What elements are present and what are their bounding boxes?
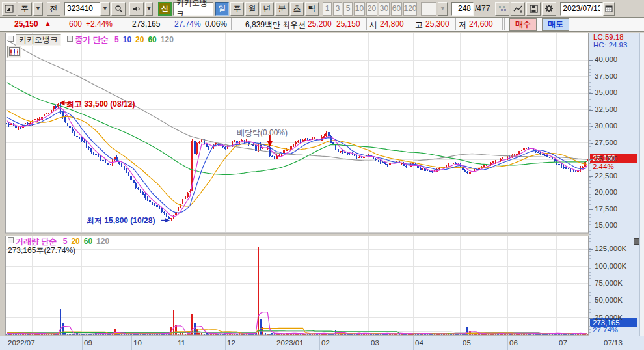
period-tab-분[interactable]: 분 [275, 2, 289, 16]
low-price: 24,600 [469, 20, 493, 29]
axis-minor-tick [589, 92, 591, 93]
volume-value: 273,165 [132, 20, 160, 29]
date-axis-separator [176, 336, 176, 350]
axis-tick-mark [589, 249, 593, 250]
chart-toolbar: 주 ▼ 전 ▼ ▼ 신 카카오뱅크 일주월년분초틱 13510203060120… [0, 0, 644, 18]
timeframe-button[interactable]: 주 [18, 2, 32, 16]
price-axis-strip[interactable]: LC:59.18 HC:-24.93 25,150 2.44% 273,165 … [589, 33, 639, 336]
search-button[interactable] [111, 2, 126, 16]
volume-legend-checkbox[interactable] [8, 237, 14, 243]
sell-button[interactable]: 매도 [542, 18, 569, 31]
period-tab-년[interactable]: 년 [260, 2, 274, 16]
date-axis-label-02: 02 [321, 339, 330, 347]
axis-minor-tick [589, 211, 591, 211]
volume-legend-title: 거래량 단순 [16, 237, 57, 246]
date-axis-label-03: 03 [371, 339, 379, 347]
sound-dropdown-arrow[interactable]: ▼ [145, 2, 153, 16]
sound-button[interactable] [129, 2, 144, 16]
axis-minor-tick [589, 282, 591, 282]
buy-button[interactable]: 매수 [509, 18, 537, 31]
stock-code-input[interactable] [64, 2, 100, 16]
left-resize-gutter[interactable] [0, 32, 5, 350]
calendar-icon [605, 5, 613, 12]
low-label: 저 [459, 20, 466, 31]
axis-minor-tick [589, 106, 591, 107]
interval-button-120[interactable]: 120 [403, 2, 417, 16]
interval-button-20[interactable]: 20 [366, 2, 377, 16]
volume-axis-label: 75,000K [595, 279, 623, 287]
period-tab-틱[interactable]: 틱 [305, 2, 319, 16]
price-axis-label: 20,000 [595, 188, 617, 196]
stock-name-box[interactable]: 카카오뱅크 [173, 2, 213, 16]
prev-stock-button[interactable]: 전 [47, 2, 60, 16]
period-tab-일[interactable]: 일 [215, 2, 229, 16]
gear-icon [544, 4, 554, 13]
date-axis-separator [461, 336, 461, 350]
date-axis-separator [369, 336, 369, 350]
axis-minor-tick [589, 170, 591, 171]
chart-date-input[interactable] [560, 2, 603, 16]
date-axis-label-12: 12 [227, 339, 235, 347]
date-axis-label-07: 07 [559, 339, 567, 347]
axis-minor-tick [589, 302, 591, 303]
high-price: 25,300 [425, 20, 449, 29]
chart-type-button[interactable] [7, 46, 21, 58]
price-axis-label: 15,000 [595, 221, 617, 229]
axis-minor-tick [589, 251, 591, 252]
window-select-button[interactable] [2, 2, 16, 16]
speaker-icon [132, 5, 141, 13]
date-axis-separator [557, 336, 557, 350]
ma-period-10: 10 [123, 35, 131, 44]
axis-minor-tick [589, 268, 591, 269]
axis-minor-tick [589, 157, 591, 157]
price-axis-label: 32,500 [595, 105, 617, 113]
chart-scrollbar[interactable] [639, 33, 644, 336]
interval-button-10[interactable]: 10 [354, 2, 365, 16]
period-tab-초[interactable]: 초 [290, 2, 304, 16]
axis-tick-mark [589, 267, 593, 267]
axis-minor-tick [589, 224, 591, 225]
settings-button[interactable] [542, 2, 556, 16]
axis-minor-tick [589, 187, 591, 188]
axis-minor-tick [589, 89, 591, 90]
axis-minor-tick [589, 167, 591, 167]
candle-grid-icon [9, 47, 20, 56]
code-dropdown-arrow[interactable]: ▼ [100, 2, 110, 16]
axis-minor-tick [589, 194, 591, 195]
interval-button-5[interactable]: 5 [343, 2, 353, 16]
pane-expand-button[interactable] [634, 238, 639, 245]
volume-axis-label: 100,000K [595, 262, 626, 270]
annotation-high: 최고 33,500 (08/12) [66, 99, 135, 110]
interval-button-3[interactable]: 3 [333, 2, 342, 16]
period-tab-주[interactable]: 주 [230, 2, 244, 16]
legend-stock-name[interactable]: 카카오뱅크 [16, 34, 61, 46]
axis-minor-tick [589, 289, 591, 289]
open-label: 시 [369, 20, 377, 31]
candlestick-chart[interactable] [5, 33, 589, 336]
price-axis-label: 22,500 [595, 172, 617, 180]
draw-tool-button[interactable] [511, 2, 525, 16]
custom-interval-combo[interactable] [421, 2, 436, 16]
axis-minor-tick [589, 72, 591, 73]
price-axis-label: 27,500 [595, 139, 617, 146]
compare-button[interactable] [495, 2, 509, 16]
calendar-button[interactable] [603, 2, 615, 16]
save-button[interactable] [526, 2, 541, 16]
timeframe-dropdown-arrow[interactable]: ▼ [33, 2, 43, 16]
interval-button-30[interactable]: 30 [379, 2, 390, 16]
bar-count-input[interactable] [451, 2, 474, 16]
axis-minor-tick [589, 204, 591, 205]
legend-checkbox[interactable] [8, 36, 14, 42]
axis-minor-tick [589, 62, 591, 62]
axis-minor-tick [589, 103, 591, 103]
axis-minor-tick [589, 309, 591, 310]
date-axis[interactable]: 07/13 2022/07091011122023/01020304050607 [0, 336, 644, 350]
axis-minor-tick [589, 214, 591, 215]
interval-button-60[interactable]: 60 [391, 2, 402, 16]
interval-button-1[interactable]: 1 [323, 2, 332, 16]
date-axis-label-11: 11 [178, 339, 185, 347]
ma-legend-checkbox[interactable] [67, 36, 73, 42]
custom-interval-arrow[interactable]: ▼ [438, 2, 448, 16]
date-axis-separator [225, 336, 226, 350]
period-tab-월[interactable]: 월 [245, 2, 259, 16]
